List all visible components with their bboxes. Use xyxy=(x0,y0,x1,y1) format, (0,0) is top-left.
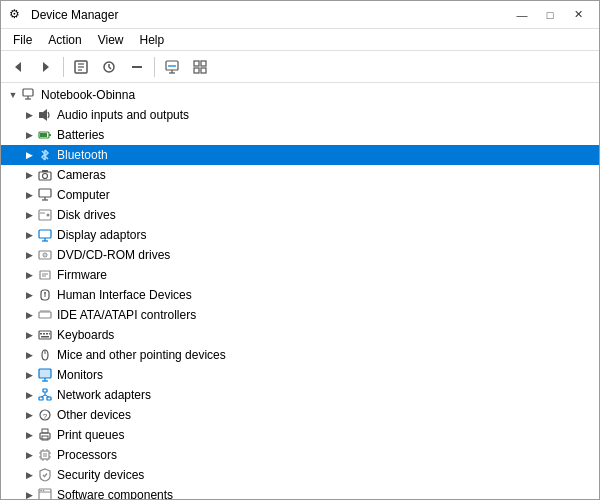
tree-item[interactable]: ▶ Processors xyxy=(1,445,599,465)
expand-arrow: ▶ xyxy=(21,387,37,403)
svg-rect-33 xyxy=(39,230,51,238)
svg-rect-55 xyxy=(49,333,50,335)
expand-arrow: ▶ xyxy=(21,487,37,499)
dvd-icon xyxy=(37,247,53,263)
proc-icon xyxy=(37,447,53,463)
tree-item[interactable]: ▶ Cameras xyxy=(1,165,599,185)
display-icon xyxy=(37,227,53,243)
svg-rect-27 xyxy=(39,189,51,197)
properties-button[interactable] xyxy=(68,54,94,80)
expand-arrow: ▶ xyxy=(21,147,37,163)
expand-arrow: ▶ xyxy=(21,447,37,463)
forward-button[interactable] xyxy=(33,54,59,80)
print-icon xyxy=(37,427,53,443)
item-label: Cameras xyxy=(57,168,106,182)
svg-rect-15 xyxy=(201,68,206,73)
software-icon xyxy=(37,487,53,499)
maximize-button[interactable]: □ xyxy=(537,5,563,25)
svg-rect-51 xyxy=(39,331,51,339)
menu-view[interactable]: View xyxy=(90,31,132,49)
tree-item[interactable]: ▶ Bluetooth xyxy=(1,145,599,165)
item-label: Processors xyxy=(57,448,117,462)
item-label: Software components xyxy=(57,488,173,499)
svg-rect-52 xyxy=(40,333,42,335)
svg-marker-0 xyxy=(15,62,21,72)
expand-arrow: ▶ xyxy=(21,407,37,423)
monitor-icon xyxy=(37,367,53,383)
tree-item[interactable]: ▶ Disk drives xyxy=(1,205,599,225)
network-icon xyxy=(37,387,53,403)
tree-item[interactable]: ▶ Monitors xyxy=(1,365,599,385)
item-label: Batteries xyxy=(57,128,104,142)
item-label: Human Interface Devices xyxy=(57,288,192,302)
minimize-button[interactable]: — xyxy=(509,5,535,25)
close-button[interactable]: ✕ xyxy=(565,5,591,25)
device-tree[interactable]: ▼ Notebook-Obinna ▶ Audio inputs and xyxy=(1,83,599,499)
disable-button[interactable] xyxy=(124,54,150,80)
hid-icon xyxy=(37,287,53,303)
computer-icon xyxy=(21,87,37,103)
expand-arrow: ▶ xyxy=(21,427,37,443)
battery-icon xyxy=(37,127,53,143)
menu-help[interactable]: Help xyxy=(132,31,173,49)
root-arrow: ▼ xyxy=(5,87,21,103)
expand-arrow: ▶ xyxy=(21,467,37,483)
svg-rect-58 xyxy=(39,369,51,378)
tree-item[interactable]: ▶ Firmware xyxy=(1,265,599,285)
tree-item[interactable]: ▶ Display adaptors xyxy=(1,225,599,245)
expand-arrow: ▶ xyxy=(21,207,37,223)
item-label: IDE ATA/ATAPI controllers xyxy=(57,308,196,322)
svg-point-43 xyxy=(44,292,46,294)
device-manager-window: ⚙ Device Manager — □ ✕ File Action View … xyxy=(0,0,600,500)
update-driver-button[interactable] xyxy=(96,54,122,80)
menu-action[interactable]: Action xyxy=(40,31,89,49)
separator-2 xyxy=(154,57,155,77)
tree-item[interactable]: ▶ Software components xyxy=(1,485,599,499)
tree-item[interactable]: ▶ IDE ATA/ATAPI controllers xyxy=(1,305,599,325)
tree-item[interactable]: ▶ Human Interface Devices xyxy=(1,285,599,305)
other-icon: ? xyxy=(37,407,53,423)
tree-item[interactable]: ▶ Audio inputs and outputs xyxy=(1,105,599,125)
tree-item[interactable]: ▶ Batteries xyxy=(1,125,599,145)
scan-button[interactable] xyxy=(159,54,185,80)
menu-bar: File Action View Help xyxy=(1,29,599,51)
tree-item[interactable]: ▶ DVD/CD-ROM drives xyxy=(1,245,599,265)
expand-arrow: ▶ xyxy=(21,227,37,243)
svg-rect-74 xyxy=(43,453,47,457)
svg-rect-20 xyxy=(39,112,43,118)
tree-root[interactable]: ▼ Notebook-Obinna xyxy=(1,85,599,105)
view-button[interactable] xyxy=(187,54,213,80)
audio-icon xyxy=(37,107,53,123)
svg-rect-13 xyxy=(201,61,206,66)
tree-item[interactable]: ▶ Network adapters xyxy=(1,385,599,405)
toolbar xyxy=(1,51,599,83)
tree-item[interactable]: ▶ Computer xyxy=(1,185,599,205)
svg-point-86 xyxy=(43,490,45,492)
expand-arrow: ▶ xyxy=(21,347,37,363)
svg-rect-53 xyxy=(43,333,45,335)
menu-file[interactable]: File xyxy=(5,31,40,49)
tree-item[interactable]: ▶ Print queues xyxy=(1,425,599,445)
tree-item[interactable]: ▶ Keyboards xyxy=(1,325,599,345)
tree-item[interactable]: ▶ Mice and other pointing devices xyxy=(1,345,599,365)
expand-arrow: ▶ xyxy=(21,327,37,343)
svg-rect-39 xyxy=(40,271,50,279)
tree-item[interactable]: ▶ ? Other devices xyxy=(1,405,599,425)
svg-rect-54 xyxy=(46,333,48,335)
item-label: Audio inputs and outputs xyxy=(57,108,189,122)
computer-icon xyxy=(37,187,53,203)
svg-rect-23 xyxy=(40,133,47,137)
svg-rect-71 xyxy=(42,429,48,433)
title-controls: — □ ✕ xyxy=(509,5,591,25)
svg-text:?: ? xyxy=(43,412,48,421)
item-label: Computer xyxy=(57,188,110,202)
svg-rect-7 xyxy=(132,66,142,68)
svg-rect-64 xyxy=(47,397,51,400)
expand-arrow: ▶ xyxy=(21,187,37,203)
svg-rect-63 xyxy=(39,397,43,400)
tree-item[interactable]: ▶ Security devices xyxy=(1,465,599,485)
back-button[interactable] xyxy=(5,54,31,80)
app-icon: ⚙ xyxy=(9,7,25,23)
expand-arrow: ▶ xyxy=(21,267,37,283)
svg-rect-22 xyxy=(49,134,51,136)
